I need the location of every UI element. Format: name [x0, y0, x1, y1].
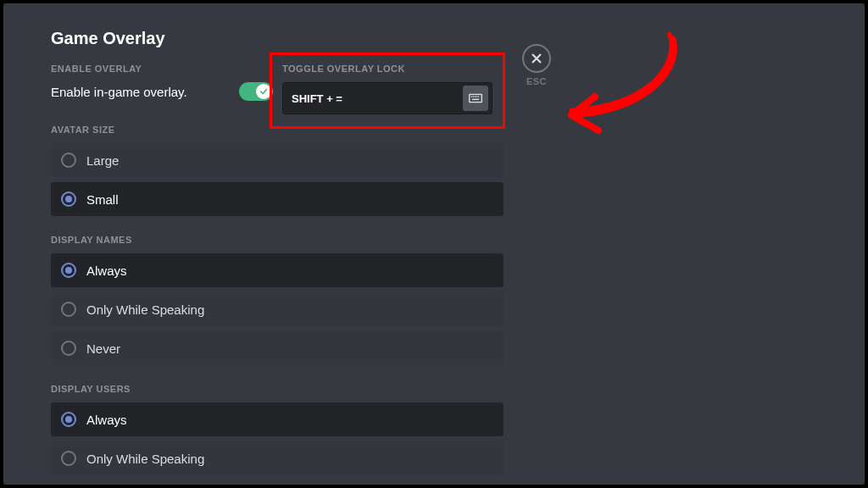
display-names-option-never[interactable]: Never — [51, 331, 504, 365]
settings-panel: Game Overlay ENABLE OVERLAY Enable in-ga… — [3, 3, 865, 485]
close-icon — [531, 53, 542, 64]
avatar-size-options: Large Small — [51, 143, 504, 216]
enable-overlay-text: Enable in-game overlay. — [51, 85, 229, 99]
avatar-size-option-large[interactable]: Large — [51, 143, 504, 177]
keyboard-icon[interactable] — [463, 86, 488, 111]
check-icon — [259, 87, 268, 96]
option-label: Only While Speaking — [86, 452, 204, 466]
display-users-label: DISPLAY USERS — [51, 384, 865, 394]
option-label: Never — [86, 341, 120, 356]
close-button[interactable] — [522, 44, 551, 73]
svg-rect-3 — [473, 96, 474, 97]
svg-rect-2 — [471, 96, 472, 97]
svg-rect-1 — [470, 95, 481, 102]
radio-icon — [61, 451, 76, 466]
option-label: Small — [86, 192, 119, 207]
toggle-overlay-lock-label: TOGGLE OVERLAY LOCK — [282, 64, 492, 74]
svg-rect-4 — [475, 96, 476, 97]
display-names-option-always[interactable]: Always — [51, 253, 504, 287]
radio-icon — [61, 191, 76, 207]
svg-rect-7 — [472, 99, 479, 100]
keybind-input[interactable]: SHIFT + = — [282, 82, 492, 114]
display-names-label: DISPLAY NAMES — [51, 235, 865, 245]
radio-icon — [61, 152, 76, 168]
radio-icon — [61, 263, 76, 278]
close-group: ESC — [522, 44, 551, 86]
display-users-option-always[interactable]: Always — [51, 402, 504, 436]
enable-overlay-toggle[interactable] — [239, 82, 273, 101]
avatar-size-option-small[interactable]: Small — [51, 182, 504, 216]
option-label: Only While Speaking — [86, 302, 204, 317]
display-users-options: Always Only While Speaking — [51, 402, 504, 475]
svg-rect-6 — [478, 96, 479, 97]
option-label: Always — [86, 413, 127, 427]
display-users-option-only-speaking[interactable]: Only While Speaking — [51, 441, 504, 475]
option-label: Always — [86, 263, 127, 278]
keybind-value: SHIFT + = — [292, 92, 342, 105]
display-names-option-only-speaking[interactable]: Only While Speaking — [51, 292, 504, 326]
svg-rect-5 — [476, 96, 477, 97]
content-region: Game Overlay ENABLE OVERLAY Enable in-ga… — [3, 3, 865, 485]
radio-icon — [61, 341, 76, 356]
page-title: Game Overlay — [51, 29, 865, 48]
close-label: ESC — [526, 76, 547, 86]
toggle-overlay-lock-group: TOGGLE OVERLAY LOCK SHIFT + = — [270, 53, 505, 129]
radio-icon — [61, 412, 76, 427]
option-label: Large — [86, 153, 119, 168]
display-names-options: Always Only While Speaking Never — [51, 253, 504, 365]
radio-icon — [61, 302, 76, 317]
